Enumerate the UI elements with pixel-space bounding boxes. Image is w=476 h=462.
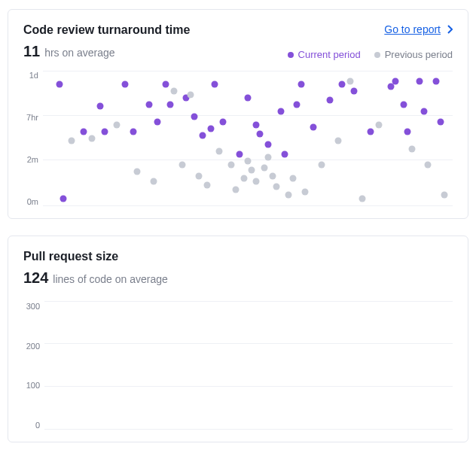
data-point <box>265 153 272 160</box>
data-point <box>408 145 415 152</box>
data-point <box>212 81 218 87</box>
data-point <box>289 175 296 182</box>
data-point <box>437 119 444 126</box>
y-axis: 300 200 100 0 <box>23 302 44 430</box>
data-point <box>425 162 432 169</box>
data-point <box>400 101 407 108</box>
data-point <box>134 169 141 175</box>
data-point <box>130 128 136 135</box>
data-point <box>261 164 267 171</box>
data-point <box>294 101 301 108</box>
y-tick: 100 <box>23 381 40 390</box>
scatter-plot: 1d 7hr 2m 0m <box>23 71 453 206</box>
legend-label: Previous period <box>385 49 453 60</box>
data-point <box>265 141 272 148</box>
data-point <box>203 182 210 189</box>
data-point <box>228 162 235 169</box>
data-point <box>302 189 309 196</box>
data-point <box>121 81 128 87</box>
data-point <box>441 191 448 198</box>
data-point <box>69 138 75 144</box>
data-point <box>245 157 252 164</box>
data-point <box>285 191 292 198</box>
card-title: Pull request size <box>23 250 453 263</box>
data-point <box>89 135 96 141</box>
data-point <box>232 186 239 193</box>
data-point <box>208 125 215 132</box>
data-point <box>101 128 108 135</box>
data-point <box>166 101 173 108</box>
data-point <box>195 172 202 179</box>
data-point <box>97 102 104 109</box>
metric-value: 11 <box>23 43 40 59</box>
data-point <box>368 128 374 135</box>
chevron-right-icon <box>447 25 453 34</box>
data-point <box>56 81 63 87</box>
data-point <box>215 148 222 155</box>
legend-previous: Previous period <box>374 49 453 60</box>
data-point <box>236 150 243 157</box>
scatter-area <box>43 71 453 206</box>
data-point <box>187 92 194 99</box>
data-point <box>220 119 227 126</box>
data-point <box>420 108 427 114</box>
y-tick: 300 <box>23 302 40 311</box>
data-point <box>359 196 366 202</box>
data-point <box>339 81 346 87</box>
data-point <box>60 196 67 202</box>
data-point <box>281 150 288 157</box>
dot-icon <box>374 52 380 58</box>
card-title: Code review turnaround time <box>23 23 190 37</box>
pr-size-card: Pull request size 124 lines of code on a… <box>8 236 468 442</box>
data-point <box>252 178 259 184</box>
data-point <box>257 131 264 138</box>
avg-metric: 124 lines of code on average <box>23 269 453 287</box>
data-point <box>334 138 341 144</box>
data-point <box>178 162 185 169</box>
metric-value: 124 <box>23 269 48 286</box>
y-tick: 0m <box>23 197 38 206</box>
data-point <box>150 178 157 184</box>
bar-chart: 300 200 100 0 <box>23 302 453 430</box>
y-tick: 1d <box>23 71 38 80</box>
data-point <box>347 78 354 85</box>
metric-row: 11 hrs on average Current period Previou… <box>23 43 453 60</box>
data-point <box>252 121 259 128</box>
data-point <box>273 183 280 190</box>
data-point <box>249 167 255 174</box>
y-axis: 1d 7hr 2m 0m <box>23 71 43 206</box>
data-point <box>433 78 440 85</box>
data-point <box>240 175 247 182</box>
data-point <box>245 94 252 101</box>
data-point <box>298 81 304 87</box>
y-tick: 2m <box>23 155 38 164</box>
y-tick: 200 <box>23 342 40 351</box>
data-point <box>113 121 120 128</box>
data-point <box>416 78 423 85</box>
legend-label: Current period <box>298 49 361 60</box>
data-point <box>392 78 398 85</box>
data-point <box>191 113 198 120</box>
go-to-report-link[interactable]: Go to report <box>384 23 453 35</box>
bars-area <box>44 302 453 430</box>
data-point <box>277 108 284 114</box>
card-header: Code review turnaround time Go to report <box>23 23 453 37</box>
dot-icon <box>288 52 294 58</box>
data-point <box>146 101 153 108</box>
avg-metric: 11 hrs on average <box>23 43 115 60</box>
y-tick: 0 <box>23 421 40 430</box>
data-point <box>326 97 333 104</box>
data-point <box>376 121 383 128</box>
data-point <box>404 128 411 135</box>
link-label: Go to report <box>384 23 441 35</box>
legend-current: Current period <box>288 49 361 60</box>
data-point <box>269 172 276 179</box>
metric-unit: hrs on average <box>44 47 114 59</box>
data-point <box>200 132 206 138</box>
y-tick: 7hr <box>23 113 38 122</box>
legend: Current period Previous period <box>288 49 453 60</box>
data-point <box>351 87 358 94</box>
data-point <box>81 128 87 135</box>
data-point <box>318 162 325 169</box>
data-point <box>310 124 317 131</box>
